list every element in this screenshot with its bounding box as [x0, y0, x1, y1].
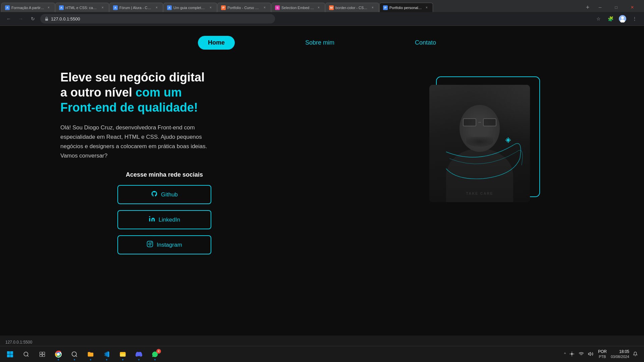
social-heading: Acesse minha rede sociais — [60, 171, 268, 178]
vscode-icon — [103, 351, 110, 358]
tab-controls: + — [583, 3, 592, 12]
nav-home[interactable]: Home — [198, 36, 235, 50]
taskbar-chrome[interactable] — [51, 348, 66, 361]
svg-rect-13 — [10, 351, 13, 354]
instagram-icon — [147, 241, 153, 249]
file-explorer-icon — [119, 351, 126, 358]
site-left-content: Eleve seu negócio digitala outro nível c… — [60, 70, 268, 254]
github-icon — [151, 190, 158, 199]
github-button[interactable]: Github — [117, 185, 211, 204]
tab-label-3: Fórum | Alura - Cursos o... — [119, 6, 152, 10]
forward-button[interactable]: → — [16, 14, 25, 23]
taskbar-explorer2[interactable] — [115, 348, 130, 361]
tab-close-4[interactable]: × — [208, 5, 213, 10]
browser-tab-6[interactable]: S Selection Embed Code -... × — [271, 3, 325, 12]
tray-expand-icon[interactable]: ^ — [564, 352, 566, 356]
linkedin-button[interactable]: LinkedIn — [117, 210, 211, 229]
folder-icon — [87, 351, 94, 358]
instagram-button[interactable]: Instagram — [117, 235, 211, 254]
address-bar[interactable]: 127.0.0.1:5500 — [40, 14, 275, 23]
taskbar-explorer[interactable] — [83, 348, 98, 361]
tab-favicon-4: A — [167, 5, 172, 10]
tab-label-6: Selection Embed Code -... — [281, 6, 314, 10]
taskbar-whatsapp[interactable]: 2 — [148, 348, 162, 361]
tab-label-5: Portfolio - Curso 3 (Copy... — [227, 6, 260, 10]
nav-sobre[interactable]: Sobre mim — [295, 36, 344, 50]
tab-label-4: Um guia completo para F... — [173, 6, 206, 10]
browser-tab-8[interactable]: P Portfolio personalizado × — [379, 3, 433, 12]
browser-tab-3[interactable]: A Fórum | Alura - Cursos o... × — [109, 3, 163, 12]
tab-close-7[interactable]: × — [370, 5, 375, 10]
tab-close-6[interactable]: × — [316, 5, 321, 10]
svg-point-16 — [24, 352, 28, 356]
linkedin-label: LinkedIn — [159, 217, 180, 223]
tab-bar: A Formação A partir do zer... × A HTML e… — [1, 3, 583, 12]
browser-tab-1[interactable]: A Formação A partir do zer... × — [1, 3, 55, 12]
task-view-icon — [39, 351, 45, 357]
status-url-text: 127.0.0.1:5500 — [5, 340, 32, 345]
bookmark-icon[interactable]: ☆ — [593, 13, 604, 24]
date-text: 03/08/2024 — [611, 354, 629, 359]
nav-contato[interactable]: Contato — [405, 36, 446, 50]
tab-label-7: border-color - CSS: Casc... — [335, 6, 368, 10]
search-icon — [23, 351, 29, 357]
reload-button[interactable]: ↻ — [28, 14, 38, 23]
new-tab-button[interactable]: + — [583, 3, 592, 12]
lock-icon — [44, 16, 49, 21]
tab-close-8[interactable]: × — [424, 5, 429, 10]
search-button[interactable] — [19, 348, 34, 361]
svg-rect-14 — [7, 354, 10, 357]
svg-rect-18 — [43, 352, 45, 354]
svg-rect-15 — [10, 354, 13, 357]
region-text: PTB — [598, 354, 607, 359]
tab-favicon-2: A — [59, 5, 64, 10]
task-view-button[interactable] — [35, 348, 50, 361]
svg-rect-12 — [7, 351, 10, 354]
tray-network-icon[interactable] — [578, 351, 585, 357]
photo-frame-main: TAKE CARE — [429, 85, 530, 202]
instagram-label: Instagram — [157, 242, 182, 248]
maximize-button[interactable]: □ — [608, 3, 624, 12]
browser-tab-2[interactable]: A HTML e CSS: cabeçalho, f... × — [55, 3, 109, 12]
extensions-icon[interactable]: 🧩 — [605, 13, 616, 24]
svg-rect-17 — [40, 352, 42, 354]
browser-tab-7[interactable]: M border-color - CSS: Casc... × — [325, 3, 379, 12]
tray-hidden-icons[interactable]: ^ — [564, 352, 566, 356]
taskbar-search-app[interactable] — [67, 348, 82, 361]
tray-volume-icon[interactable] — [587, 351, 594, 357]
minimize-button[interactable]: ─ — [592, 3, 608, 12]
linkedin-icon — [149, 216, 155, 224]
menu-icon[interactable]: ⋮ — [629, 13, 640, 24]
tab-label-2: HTML e CSS: cabeçalho, f... — [65, 6, 98, 10]
lang-text: POR — [598, 349, 607, 355]
start-button[interactable] — [3, 348, 17, 361]
taskbar-discord[interactable] — [131, 348, 146, 361]
svg-point-2 — [621, 16, 624, 19]
browser-tab-5[interactable]: P Portfolio - Curso 3 (Copy... × — [217, 3, 271, 12]
back-button[interactable]: ← — [4, 14, 13, 23]
close-button[interactable]: ✕ — [625, 3, 640, 12]
tab-favicon-7: M — [329, 5, 334, 10]
tray-eth-icon[interactable] — [569, 351, 575, 357]
clock[interactable]: 18:05 03/08/2024 — [611, 349, 629, 359]
taskbar-vscode[interactable] — [99, 348, 114, 361]
photo-beard — [466, 137, 493, 147]
taskbar: 2 ^ POR PTB — [0, 346, 644, 362]
notification-bell-icon[interactable] — [632, 351, 639, 357]
svg-point-23 — [57, 353, 60, 356]
tab-close-5[interactable]: × — [262, 5, 267, 10]
svg-rect-0 — [45, 18, 48, 20]
photo-glasses — [463, 118, 496, 126]
github-label: Github — [161, 191, 178, 198]
tab-close-1[interactable]: × — [46, 5, 51, 10]
tab-close-2[interactable]: × — [100, 5, 105, 10]
svg-point-7 — [151, 242, 152, 243]
svg-rect-20 — [43, 354, 45, 356]
language-indicator[interactable]: POR PTB — [598, 349, 607, 359]
profile-icon[interactable] — [617, 13, 628, 24]
svg-marker-28 — [588, 353, 590, 356]
hero-title: Eleve seu negócio digitala outro nível c… — [60, 70, 268, 115]
svg-point-6 — [149, 243, 151, 245]
browser-tab-4[interactable]: A Um guia completo para F... × — [163, 3, 217, 12]
tab-close-3[interactable]: × — [154, 5, 159, 10]
